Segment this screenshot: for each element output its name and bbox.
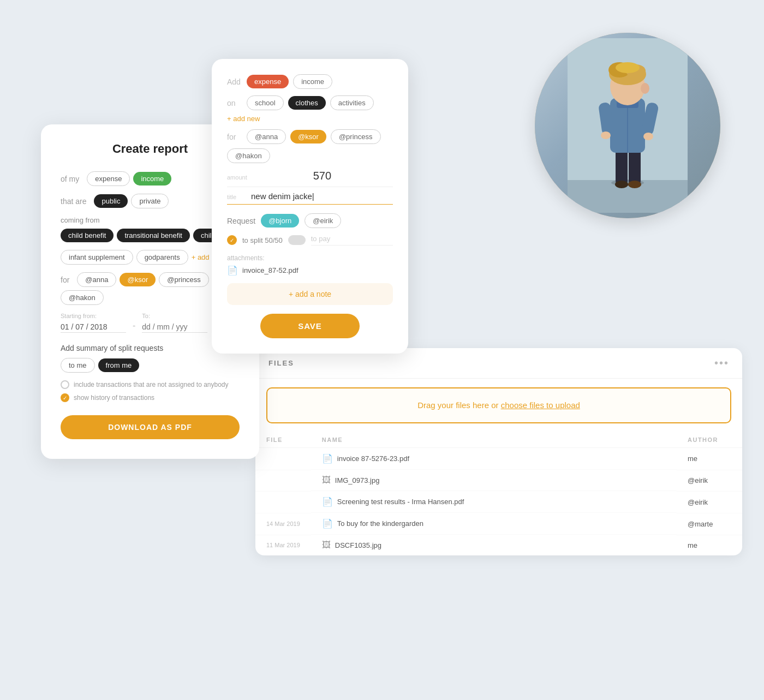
file-author-cell: @eirik	[677, 491, 742, 513]
files-menu-icon[interactable]: •••	[714, 357, 729, 369]
upload-zone[interactable]: Drag your files here or choose files to …	[266, 387, 731, 423]
img-icon: 🖼	[322, 540, 331, 550]
for-ksor-chip[interactable]: @ksor	[120, 273, 156, 286]
for-anna-chip[interactable]: @anna	[77, 272, 116, 287]
child-figure-svg	[568, 38, 688, 213]
file-name-cell[interactable]: 📄To buy for the kindergarden	[311, 513, 677, 535]
col-header-file: FILE	[255, 432, 311, 448]
file-author-cell: me	[677, 535, 742, 555]
income-chip[interactable]: income	[133, 172, 171, 186]
file-name-cell[interactable]: 🖼IMG_0973.jpg	[311, 470, 677, 491]
activities-chip[interactable]: activities	[330, 95, 374, 110]
svg-rect-4	[629, 147, 641, 186]
for-expense-label: for	[227, 133, 242, 141]
table-row: 11 Mar 2019 🖼DSCF1035.jpg me	[255, 535, 742, 555]
checkbox-row-2: show history of transactions	[61, 393, 240, 402]
expense-chip[interactable]: expense	[87, 171, 130, 186]
svg-point-6	[628, 181, 641, 188]
from-me-chip[interactable]: from me	[98, 358, 140, 372]
hakon-chip[interactable]: @hakon	[227, 148, 270, 163]
table-row: 📄Screening test results - Irma Hansen.pd…	[255, 491, 742, 513]
checkbox-history[interactable]	[61, 393, 69, 402]
file-name-cell[interactable]: 📄Screening test results - Irma Hansen.pd…	[311, 491, 677, 513]
checkbox-label-2: show history of transactions	[74, 394, 154, 402]
add-new-tag-link[interactable]: + add new	[227, 115, 260, 123]
transitional-benefit-chip[interactable]: transitional benefit	[117, 229, 190, 242]
anna-chip[interactable]: @anna	[247, 129, 286, 144]
that-are-label: that are	[61, 197, 86, 206]
attachment-file-icon: 📄	[227, 265, 238, 276]
attachment-item: 📄 invoice_87-52.pdf	[227, 265, 393, 276]
file-name-cell[interactable]: 📄invoice 87-5276-23.pdf	[311, 448, 677, 470]
child-benefit-chip[interactable]: child benefit	[61, 229, 114, 242]
summary-section: Add summary of split requests to me from…	[61, 344, 240, 402]
split-row: to split 50/50 to pay	[227, 235, 393, 246]
table-row: 🖼IMG_0973.jpg @eirik	[255, 470, 742, 491]
for-princess-chip[interactable]: @princess	[159, 272, 209, 287]
col-header-author: AUTHOR	[677, 432, 742, 448]
file-name-cell[interactable]: 🖼DSCF1035.jpg	[311, 535, 677, 555]
add-note-button[interactable]: + add a note	[227, 283, 393, 305]
split-row: to me from me	[61, 358, 240, 373]
to-field: To:	[142, 313, 207, 333]
save-button[interactable]: SAVE	[260, 314, 360, 338]
princess-chip[interactable]: @princess	[331, 129, 381, 144]
files-title: FILES	[268, 359, 294, 367]
for-expense-row: for @anna @ksor @princess @hakon	[227, 129, 393, 163]
clothes-chip[interactable]: clothes	[288, 96, 326, 110]
date-dash: -	[133, 321, 135, 331]
to-me-chip[interactable]: to me	[61, 358, 95, 373]
income-type-chip[interactable]: income	[293, 74, 332, 89]
start-date-input[interactable]	[61, 321, 126, 333]
bjorn-chip[interactable]: @bjorn	[261, 214, 299, 228]
checkbox-row-1: include transactions that are not assign…	[61, 380, 240, 389]
private-chip[interactable]: private	[131, 194, 169, 208]
title-row: title new denim jacke|	[227, 192, 393, 205]
starting-from-field: Starting from:	[61, 313, 126, 333]
eirik-chip[interactable]: @eirik	[305, 213, 341, 228]
pdf-icon: 📄	[322, 518, 333, 529]
file-date-cell	[255, 448, 311, 470]
amount-value: 570	[252, 170, 393, 182]
svg-point-13	[643, 133, 653, 140]
end-date-input[interactable]	[142, 321, 207, 333]
checkbox-label-1: include transactions that are not assign…	[74, 381, 229, 388]
to-pay-label: to pay	[311, 235, 393, 246]
attachments-section: attachments: 📄 invoice_87-52.pdf	[227, 254, 393, 276]
add-expense-card: Add expense income on school clothes act…	[212, 59, 408, 354]
file-date-cell: 14 Mar 2019	[255, 513, 311, 535]
on-label: on	[227, 99, 242, 107]
add-row: Add expense income	[227, 74, 393, 89]
for-label: for	[61, 276, 69, 284]
file-author-cell: @marte	[677, 513, 742, 535]
img-icon: 🖼	[322, 475, 331, 485]
to-label: To:	[142, 313, 207, 319]
title-value[interactable]: new denim jacke|	[251, 192, 393, 201]
attachments-label: attachments:	[227, 254, 393, 262]
files-table-header-row: FILE NAME AUTHOR	[255, 432, 742, 448]
file-date-cell	[255, 470, 311, 491]
files-table: FILE NAME AUTHOR 📄invoice 87-5276-23.pdf…	[255, 432, 742, 555]
public-chip[interactable]: public	[94, 194, 128, 208]
file-date-cell: 11 Mar 2019	[255, 535, 311, 555]
files-panel: FILES ••• Drag your files here or choose…	[255, 348, 742, 555]
on-row: on school clothes activities + add new	[227, 95, 393, 123]
svg-point-5	[615, 181, 628, 188]
infant-supplement-chip[interactable]: infant supplement	[61, 250, 133, 265]
checkbox-unassigned[interactable]	[61, 380, 69, 389]
choose-files-link[interactable]: choose files to upload	[501, 400, 580, 410]
file-author-cell: @eirik	[677, 470, 742, 491]
starting-from-label: Starting from:	[61, 313, 126, 319]
expense-type-chip[interactable]: expense	[247, 75, 289, 88]
col-header-name: NAME	[311, 432, 677, 448]
school-chip[interactable]: school	[247, 95, 284, 110]
to-pay-toggle[interactable]	[288, 235, 306, 245]
add-label: Add	[227, 77, 242, 86]
ksor-chip[interactable]: @ksor	[290, 130, 326, 143]
file-date-cell	[255, 491, 311, 513]
amount-row: amount 570	[227, 170, 393, 187]
download-pdf-button[interactable]: DOWNLOAD AS PDF	[61, 415, 240, 439]
godparents-chip[interactable]: godparents	[136, 250, 188, 265]
split-checkbox[interactable]	[227, 235, 237, 245]
for-hakon-chip[interactable]: @hakon	[61, 290, 104, 305]
